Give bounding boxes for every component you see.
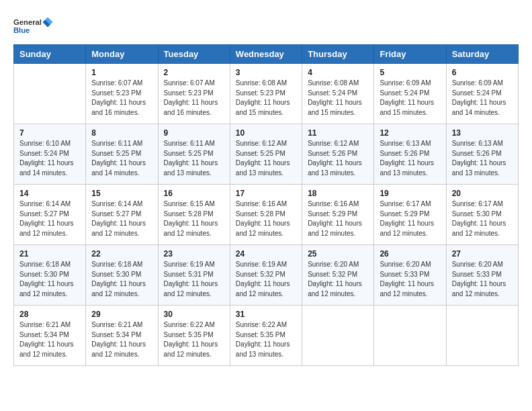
calendar-day-cell: 2Sunrise: 6:07 AMSunset: 5:23 PMDaylight… [158, 64, 230, 124]
day-number: 23 [164, 249, 224, 259]
calendar-day-cell: 12Sunrise: 6:13 AMSunset: 5:26 PMDayligh… [374, 124, 446, 185]
day-number: 26 [380, 249, 440, 259]
day-number: 9 [164, 128, 224, 138]
day-info: Sunrise: 6:17 AMSunset: 5:30 PMDaylight:… [452, 200, 506, 237]
day-info: Sunrise: 6:22 AMSunset: 5:35 PMDaylight:… [164, 321, 218, 358]
day-info: Sunrise: 6:07 AMSunset: 5:23 PMDaylight:… [164, 79, 218, 116]
svg-text:General: General [13, 18, 42, 26]
calendar-day-cell: 13Sunrise: 6:13 AMSunset: 5:26 PMDayligh… [446, 124, 518, 185]
day-info: Sunrise: 6:10 AMSunset: 5:24 PMDaylight:… [19, 140, 74, 177]
day-info: Sunrise: 6:13 AMSunset: 5:26 PMDaylight:… [380, 140, 434, 177]
day-info: Sunrise: 6:14 AMSunset: 5:27 PMDaylight:… [19, 200, 74, 237]
day-number: 31 [236, 310, 296, 319]
calendar-day-cell: 1Sunrise: 6:07 AMSunset: 5:23 PMDaylight… [86, 64, 158, 124]
weekday-header-row: SundayMondayTuesdayWednesdayThursdayFrid… [14, 45, 519, 64]
calendar-day-cell [446, 306, 518, 366]
day-number: 3 [236, 68, 296, 77]
weekday-header-cell: Monday [86, 45, 158, 64]
weekday-header-cell: Friday [374, 45, 446, 64]
day-number: 4 [308, 68, 368, 77]
day-number: 5 [380, 68, 440, 77]
day-info: Sunrise: 6:19 AMSunset: 5:31 PMDaylight:… [164, 261, 218, 298]
calendar-day-cell: 31Sunrise: 6:22 AMSunset: 5:35 PMDayligh… [230, 306, 302, 366]
weekday-header-cell: Saturday [446, 45, 518, 64]
day-info: Sunrise: 6:16 AMSunset: 5:29 PMDaylight:… [308, 200, 362, 237]
calendar-body: 1Sunrise: 6:07 AMSunset: 5:23 PMDaylight… [14, 64, 519, 366]
calendar-day-cell: 22Sunrise: 6:18 AMSunset: 5:30 PMDayligh… [86, 245, 158, 306]
day-number: 30 [164, 310, 224, 319]
day-info: Sunrise: 6:22 AMSunset: 5:35 PMDaylight:… [236, 321, 290, 358]
logo-svg: General Blue [13, 13, 54, 39]
calendar-week-row: 21Sunrise: 6:18 AMSunset: 5:30 PMDayligh… [14, 245, 519, 306]
day-info: Sunrise: 6:15 AMSunset: 5:28 PMDaylight:… [164, 200, 218, 237]
calendar-day-cell: 18Sunrise: 6:16 AMSunset: 5:29 PMDayligh… [302, 185, 374, 245]
day-number: 17 [236, 189, 296, 198]
day-number: 16 [164, 189, 224, 198]
calendar-day-cell: 8Sunrise: 6:11 AMSunset: 5:25 PMDaylight… [86, 124, 158, 185]
day-number: 24 [236, 249, 296, 259]
calendar-day-cell [374, 306, 446, 366]
page-header: General Blue [13, 13, 519, 39]
calendar-day-cell: 28Sunrise: 6:21 AMSunset: 5:34 PMDayligh… [14, 306, 86, 366]
day-number: 2 [164, 68, 224, 77]
calendar-week-row: 1Sunrise: 6:07 AMSunset: 5:23 PMDaylight… [14, 64, 519, 124]
day-number: 8 [91, 128, 152, 138]
calendar-day-cell: 16Sunrise: 6:15 AMSunset: 5:28 PMDayligh… [158, 185, 230, 245]
weekday-header-cell: Sunday [14, 45, 86, 64]
day-info: Sunrise: 6:12 AMSunset: 5:26 PMDaylight:… [308, 140, 362, 177]
day-info: Sunrise: 6:09 AMSunset: 5:24 PMDaylight:… [452, 79, 506, 116]
calendar-week-row: 14Sunrise: 6:14 AMSunset: 5:27 PMDayligh… [14, 185, 519, 245]
day-info: Sunrise: 6:08 AMSunset: 5:23 PMDaylight:… [236, 79, 290, 116]
day-info: Sunrise: 6:14 AMSunset: 5:27 PMDaylight:… [91, 200, 146, 237]
day-number: 1 [91, 68, 152, 77]
day-number: 15 [91, 189, 152, 198]
day-number: 22 [91, 249, 152, 259]
day-info: Sunrise: 6:20 AMSunset: 5:33 PMDaylight:… [380, 261, 434, 298]
day-number: 11 [308, 128, 368, 138]
calendar-day-cell: 19Sunrise: 6:17 AMSunset: 5:29 PMDayligh… [374, 185, 446, 245]
calendar-week-row: 7Sunrise: 6:10 AMSunset: 5:24 PMDaylight… [14, 124, 519, 185]
calendar-day-cell: 26Sunrise: 6:20 AMSunset: 5:33 PMDayligh… [374, 245, 446, 306]
weekday-header-cell: Wednesday [230, 45, 302, 64]
day-number: 21 [19, 249, 80, 259]
day-info: Sunrise: 6:19 AMSunset: 5:32 PMDaylight:… [236, 261, 290, 298]
day-info: Sunrise: 6:21 AMSunset: 5:34 PMDaylight:… [91, 321, 146, 358]
weekday-header-cell: Thursday [302, 45, 374, 64]
calendar-day-cell: 27Sunrise: 6:20 AMSunset: 5:33 PMDayligh… [446, 245, 518, 306]
calendar-day-cell: 6Sunrise: 6:09 AMSunset: 5:24 PMDaylight… [446, 64, 518, 124]
day-number: 20 [452, 189, 513, 198]
calendar-day-cell: 20Sunrise: 6:17 AMSunset: 5:30 PMDayligh… [446, 185, 518, 245]
day-info: Sunrise: 6:12 AMSunset: 5:25 PMDaylight:… [236, 140, 290, 177]
calendar-week-row: 28Sunrise: 6:21 AMSunset: 5:34 PMDayligh… [14, 306, 519, 366]
calendar-day-cell: 10Sunrise: 6:12 AMSunset: 5:25 PMDayligh… [230, 124, 302, 185]
day-info: Sunrise: 6:17 AMSunset: 5:29 PMDaylight:… [380, 200, 434, 237]
day-number: 14 [19, 189, 80, 198]
day-number: 25 [308, 249, 368, 259]
calendar-day-cell: 23Sunrise: 6:19 AMSunset: 5:31 PMDayligh… [158, 245, 230, 306]
day-info: Sunrise: 6:20 AMSunset: 5:32 PMDaylight:… [308, 261, 362, 298]
day-number: 19 [380, 189, 440, 198]
calendar-day-cell: 29Sunrise: 6:21 AMSunset: 5:34 PMDayligh… [86, 306, 158, 366]
day-number: 27 [452, 249, 513, 259]
day-info: Sunrise: 6:21 AMSunset: 5:34 PMDaylight:… [19, 321, 74, 358]
day-number: 29 [91, 310, 152, 319]
calendar-day-cell [14, 64, 86, 124]
calendar-day-cell: 11Sunrise: 6:12 AMSunset: 5:26 PMDayligh… [302, 124, 374, 185]
day-info: Sunrise: 6:18 AMSunset: 5:30 PMDaylight:… [91, 261, 146, 298]
calendar-day-cell: 5Sunrise: 6:09 AMSunset: 5:24 PMDaylight… [374, 64, 446, 124]
svg-text:Blue: Blue [13, 26, 30, 34]
calendar-day-cell [302, 306, 374, 366]
calendar-day-cell: 15Sunrise: 6:14 AMSunset: 5:27 PMDayligh… [86, 185, 158, 245]
day-number: 10 [236, 128, 296, 138]
day-info: Sunrise: 6:11 AMSunset: 5:25 PMDaylight:… [91, 140, 146, 177]
day-info: Sunrise: 6:08 AMSunset: 5:24 PMDaylight:… [308, 79, 362, 116]
calendar-day-cell: 3Sunrise: 6:08 AMSunset: 5:23 PMDaylight… [230, 64, 302, 124]
weekday-header-cell: Tuesday [158, 45, 230, 64]
day-number: 12 [380, 128, 440, 138]
calendar-day-cell: 21Sunrise: 6:18 AMSunset: 5:30 PMDayligh… [14, 245, 86, 306]
calendar-day-cell: 17Sunrise: 6:16 AMSunset: 5:28 PMDayligh… [230, 185, 302, 245]
calendar-day-cell: 24Sunrise: 6:19 AMSunset: 5:32 PMDayligh… [230, 245, 302, 306]
calendar-day-cell: 9Sunrise: 6:11 AMSunset: 5:25 PMDaylight… [158, 124, 230, 185]
day-number: 13 [452, 128, 513, 138]
day-number: 28 [19, 310, 80, 319]
